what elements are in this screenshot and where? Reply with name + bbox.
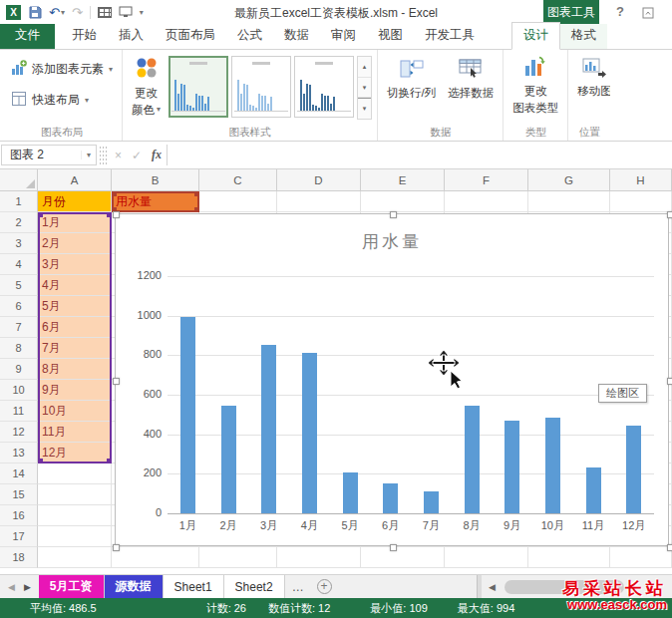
- cell-A13[interactable]: 12月: [38, 443, 112, 464]
- chart-object[interactable]: 用水量 绘图区 0200400600800100012001月2月3月4月5月6…: [115, 213, 669, 546]
- bar-10月[interactable]: [545, 418, 560, 513]
- cell-F18[interactable]: [445, 547, 528, 568]
- row-header-17[interactable]: 17: [0, 526, 38, 547]
- row-header-8[interactable]: 8: [0, 338, 38, 359]
- prev-sheet-icon[interactable]: ◀: [8, 582, 15, 592]
- row-header-4[interactable]: 4: [0, 254, 38, 275]
- gallery-down-icon[interactable]: ▾: [358, 78, 371, 99]
- qat-customize-icon[interactable]: ▾: [140, 8, 144, 17]
- ribbon-display-options-icon[interactable]: [642, 5, 654, 23]
- change-chart-type-button[interactable]: 更改 图表类型: [508, 53, 562, 119]
- row-header-3[interactable]: 3: [0, 233, 38, 254]
- undo-icon[interactable]: ↶▾: [49, 5, 65, 20]
- bar-1月[interactable]: [180, 317, 195, 513]
- chart-style-thumb[interactable]: [231, 56, 291, 118]
- sheet-tab-源数据[interactable]: 源数据: [105, 575, 164, 598]
- excel-app-icon[interactable]: X: [6, 5, 21, 20]
- cell-G1[interactable]: [528, 191, 610, 212]
- row-header-7[interactable]: 7: [0, 317, 38, 338]
- chart-resize-handle[interactable]: [667, 544, 672, 551]
- row-header-2[interactable]: 2: [0, 212, 38, 233]
- ribbon-tab-视图[interactable]: 视图: [367, 23, 414, 49]
- chart-resize-handle[interactable]: [390, 544, 397, 551]
- chart-title[interactable]: 用水量: [116, 230, 668, 253]
- col-header-E[interactable]: E: [361, 169, 445, 190]
- sheet-tab-Sheet1[interactable]: Sheet1: [164, 575, 224, 598]
- cell-A9[interactable]: 8月: [38, 359, 112, 380]
- cell-A3[interactable]: 2月: [38, 233, 112, 254]
- bar-2月[interactable]: [221, 406, 236, 513]
- cell-E18[interactable]: [361, 547, 445, 568]
- change-colors-button[interactable]: 更改 颜色▾: [128, 53, 165, 121]
- col-header-B[interactable]: B: [112, 169, 199, 190]
- col-header-C[interactable]: C: [199, 169, 277, 190]
- cell-D1[interactable]: [277, 191, 361, 212]
- more-sheets-button[interactable]: …: [285, 575, 311, 598]
- gallery-up-icon[interactable]: ▴: [358, 57, 371, 78]
- bar-3月[interactable]: [261, 345, 276, 513]
- col-header-F[interactable]: F: [445, 169, 528, 190]
- horizontal-scrollbar[interactable]: [503, 575, 672, 598]
- row-header-9[interactable]: 9: [0, 359, 38, 380]
- cell-C1[interactable]: [199, 191, 277, 212]
- cell-A12[interactable]: 11月: [38, 422, 112, 443]
- cell-B1[interactable]: 用水量: [112, 191, 199, 212]
- chart-resize-handle[interactable]: [667, 211, 672, 218]
- cell-A15[interactable]: [38, 484, 112, 505]
- ribbon-tab-页面布局[interactable]: 页面布局: [155, 23, 226, 49]
- insert-function-icon[interactable]: fx: [147, 148, 167, 162]
- row-header-12[interactable]: 12: [0, 422, 38, 443]
- cell-A10[interactable]: 9月: [38, 380, 112, 401]
- cell-A4[interactable]: 3月: [38, 254, 112, 275]
- col-header-D[interactable]: D: [277, 169, 361, 190]
- cell-H1[interactable]: [610, 191, 672, 212]
- row-header-5[interactable]: 5: [0, 275, 38, 296]
- cell-A18[interactable]: [38, 547, 112, 568]
- cell-A7[interactable]: 6月: [38, 317, 112, 338]
- cell-A6[interactable]: 5月: [38, 296, 112, 317]
- add-sheet-button[interactable]: +: [317, 575, 332, 598]
- bar-9月[interactable]: [504, 421, 519, 513]
- row-header-15[interactable]: 15: [0, 484, 38, 505]
- cell-A17[interactable]: [38, 526, 112, 547]
- enter-icon[interactable]: ✓: [127, 149, 147, 162]
- cell-E1[interactable]: [361, 191, 445, 212]
- chart-style-thumb[interactable]: [168, 56, 228, 118]
- add-chart-element-button[interactable]: 添加图表元素 ▾: [7, 57, 117, 82]
- row-header-11[interactable]: 11: [0, 401, 38, 422]
- row-header-13[interactable]: 13: [0, 443, 38, 464]
- next-sheet-icon[interactable]: ▶: [24, 582, 31, 592]
- select-data-button[interactable]: 选择数据: [444, 55, 498, 104]
- cell-A1[interactable]: 月份: [38, 191, 112, 212]
- ribbon-tab-开发工具[interactable]: 开发工具: [414, 23, 486, 49]
- cell-G18[interactable]: [528, 547, 610, 568]
- row-header-18[interactable]: 18: [0, 547, 38, 568]
- cell-A2[interactable]: 1月: [38, 212, 112, 233]
- undo-dropdown-icon[interactable]: ▾: [61, 8, 65, 17]
- cell-D18[interactable]: [277, 547, 361, 568]
- cell-F1[interactable]: [445, 191, 528, 212]
- quick-layout-button[interactable]: 快速布局 ▾: [7, 88, 117, 113]
- bar-4月[interactable]: [302, 353, 317, 513]
- cell-H18[interactable]: [610, 547, 672, 568]
- cell-A8[interactable]: 7月: [38, 338, 112, 359]
- select-all-corner[interactable]: [0, 169, 38, 190]
- bar-7月[interactable]: [424, 491, 439, 513]
- ribbon-tab-格式[interactable]: 格式: [560, 23, 607, 49]
- ribbon-tab-插入[interactable]: 插入: [108, 23, 155, 49]
- bar-11月[interactable]: [586, 467, 601, 513]
- bar-5月[interactable]: [343, 472, 358, 513]
- scrollbar-thumb[interactable]: [504, 580, 624, 594]
- cell-A11[interactable]: 10月: [38, 401, 112, 422]
- redo-icon[interactable]: ↷: [72, 5, 83, 20]
- chart-resize-handle[interactable]: [113, 378, 120, 385]
- formula-input[interactable]: [167, 145, 671, 165]
- switch-row-column-button[interactable]: 切换行/列: [383, 55, 440, 104]
- row-header-10[interactable]: 10: [0, 380, 38, 401]
- col-header-H[interactable]: H: [610, 169, 672, 190]
- row-header-16[interactable]: 16: [0, 505, 38, 526]
- col-header-G[interactable]: G: [528, 169, 610, 190]
- help-icon[interactable]: ?: [616, 4, 624, 19]
- cell-B18[interactable]: [112, 547, 199, 568]
- ribbon-tab-开始[interactable]: 开始: [61, 23, 108, 49]
